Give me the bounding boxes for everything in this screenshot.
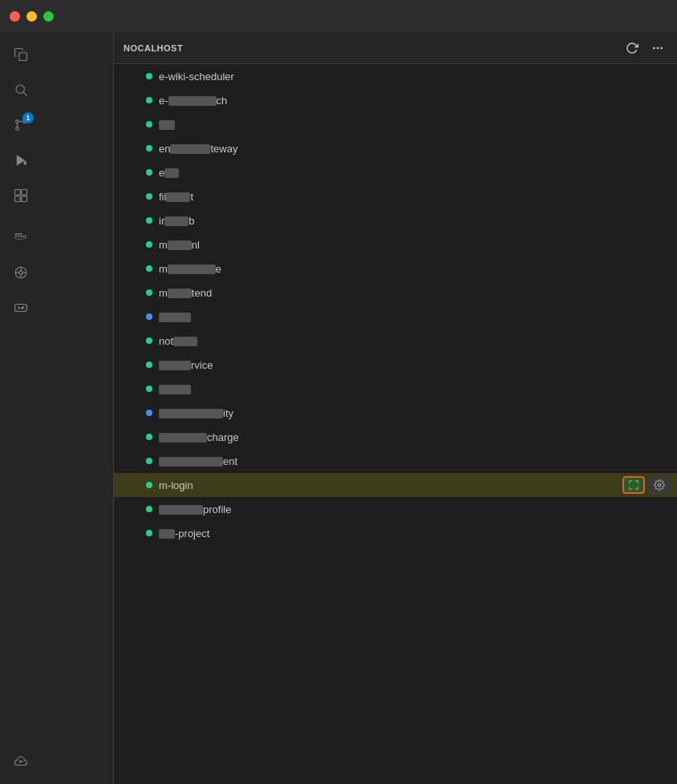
- item-label: charge: [159, 431, 671, 443]
- svg-point-3: [16, 120, 19, 123]
- item-label: [159, 119, 671, 131]
- svg-rect-19: [20, 236, 22, 237]
- list-item[interactable]: e: [114, 160, 677, 184]
- list-item[interactable]: e-wiki-scheduler: [114, 64, 677, 88]
- status-dot: [146, 217, 152, 224]
- status-dot: [146, 121, 152, 127]
- gamepad-icon[interactable]: [5, 292, 37, 324]
- svg-point-34: [657, 46, 659, 49]
- traffic-lights: [10, 11, 54, 22]
- run-icon[interactable]: [5, 144, 37, 176]
- status-dot: [146, 410, 152, 416]
- helm-icon[interactable]: [5, 257, 37, 289]
- status-dot: [146, 386, 152, 392]
- item-label: [159, 311, 671, 323]
- status-dot: [146, 530, 152, 536]
- service-list: e-wiki-scheduler e-ch enteway e: [114, 64, 677, 784]
- svg-point-36: [658, 483, 661, 487]
- svg-point-35: [660, 46, 663, 49]
- status-dot: [146, 241, 152, 248]
- svg-rect-13: [22, 196, 27, 202]
- content-area: NOCALHOST e-wiki-sc: [114, 32, 677, 784]
- status-dot: [146, 265, 152, 272]
- search-icon[interactable]: [5, 74, 37, 106]
- item-label: not: [159, 335, 671, 347]
- list-item[interactable]: mtend: [114, 281, 677, 305]
- item-label: [159, 383, 671, 395]
- svg-line-2: [23, 92, 26, 95]
- list-item[interactable]: ity: [114, 401, 677, 425]
- source-control-icon[interactable]: 1: [5, 109, 37, 141]
- svg-rect-28: [15, 305, 27, 312]
- activity-bar: 1: [0, 32, 42, 784]
- panel-header: NOCALHOST: [114, 32, 677, 64]
- run-dev-button[interactable]: [622, 476, 645, 494]
- status-dot: [146, 313, 152, 320]
- header-actions: [622, 38, 667, 58]
- svg-rect-17: [15, 236, 17, 237]
- status-dot: [146, 97, 152, 103]
- status-dot: [146, 169, 152, 176]
- copy-icon[interactable]: [5, 38, 37, 71]
- close-button[interactable]: [10, 11, 20, 22]
- svg-point-33: [653, 46, 655, 49]
- item-label: -project: [159, 527, 671, 540]
- svg-point-5: [16, 127, 19, 131]
- item-label: e-ch: [159, 95, 671, 107]
- svg-point-23: [19, 271, 23, 275]
- sidebar: [42, 32, 114, 784]
- settings-button[interactable]: [648, 476, 671, 494]
- list-item[interactable]: enteway: [114, 136, 677, 160]
- extensions-icon[interactable]: [5, 180, 37, 212]
- status-dot: [146, 362, 152, 368]
- list-item[interactable]: filt: [114, 184, 677, 208]
- list-item[interactable]: irb: [114, 208, 677, 232]
- item-label: profile: [159, 503, 671, 515]
- list-item[interactable]: mnl: [114, 232, 677, 257]
- item-label: mtend: [159, 287, 671, 299]
- item-label: enteway: [159, 143, 671, 155]
- refresh-button[interactable]: [622, 38, 642, 58]
- minimize-button[interactable]: [26, 11, 37, 22]
- docker-icon[interactable]: [5, 221, 37, 253]
- list-item[interactable]: [114, 377, 677, 401]
- titlebar: [0, 0, 677, 32]
- svg-point-21: [25, 235, 26, 236]
- svg-rect-0: [19, 53, 27, 61]
- svg-rect-15: [18, 233, 19, 235]
- status-dot: [146, 506, 152, 512]
- item-label: e: [159, 167, 671, 179]
- item-label: rvice: [159, 359, 671, 371]
- svg-rect-11: [22, 190, 27, 196]
- list-item[interactable]: profile: [114, 497, 677, 521]
- svg-rect-16: [20, 233, 22, 235]
- item-label: me: [159, 263, 671, 275]
- status-dot: [146, 482, 152, 488]
- list-item[interactable]: -project: [114, 521, 677, 545]
- cloud-icon[interactable]: [5, 746, 37, 778]
- status-dot: [146, 193, 152, 200]
- main-layout: 1: [0, 32, 677, 784]
- source-control-badge: 1: [22, 112, 34, 123]
- status-dot: [146, 434, 152, 440]
- list-item-m-login[interactable]: m-login: [114, 473, 677, 497]
- list-item[interactable]: me: [114, 257, 677, 281]
- status-dot: [146, 145, 152, 152]
- status-dot: [146, 337, 152, 344]
- svg-rect-10: [15, 190, 21, 196]
- list-item[interactable]: [114, 305, 677, 329]
- list-item[interactable]: e-ch: [114, 88, 677, 112]
- item-label: m-login: [159, 479, 622, 491]
- panel-title: NOCALHOST: [124, 43, 183, 53]
- list-item[interactable]: charge: [114, 425, 677, 449]
- svg-point-32: [22, 308, 23, 309]
- more-options-button[interactable]: [648, 38, 667, 58]
- list-item[interactable]: ent: [114, 449, 677, 473]
- list-item[interactable]: not: [114, 329, 677, 353]
- maximize-button[interactable]: [43, 11, 54, 22]
- item-label: irb: [159, 215, 671, 227]
- list-item[interactable]: rvice: [114, 353, 677, 377]
- svg-rect-18: [18, 236, 19, 237]
- svg-point-31: [22, 307, 24, 309]
- list-item[interactable]: [114, 112, 677, 136]
